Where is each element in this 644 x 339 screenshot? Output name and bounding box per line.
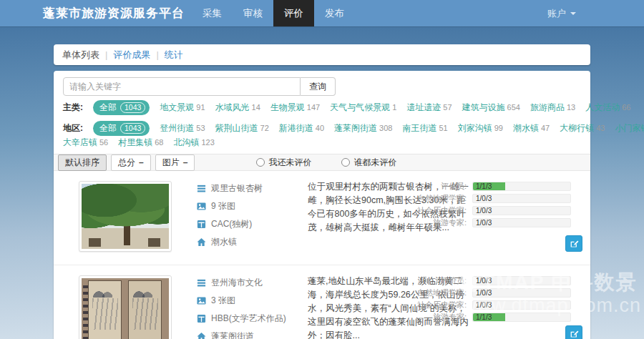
item-code-field: HBB(文学艺术作品) — [197, 313, 286, 325]
progress-bar: 1/0/3 — [472, 276, 571, 285]
region-item[interactable]: 蓬莱阁街道308 — [334, 122, 392, 134]
category-filter-row: 主类: 全部 1043 地文景观91 水域风光14 生物景观147 天气与气候景… — [63, 100, 630, 115]
region-item[interactable]: 新港街道40 — [279, 122, 324, 134]
account-label: 账户 — [547, 7, 566, 20]
item-title[interactable]: 登州海市文化 — [211, 277, 263, 289]
nav-item-collect[interactable]: 采集 — [192, 0, 233, 26]
item-photos-field: 9 张图 — [197, 200, 263, 212]
item-thumbnail[interactable] — [79, 275, 172, 339]
app-title: 蓬莱市旅游资源服务平台 — [43, 5, 185, 21]
item-fields: 登州海市文化 3 张图 HBB(文学艺术作品) 蓬莱阁街道 — [197, 277, 286, 339]
nav-item-review[interactable]: 审核 — [233, 0, 273, 26]
rating-role: 旅游专家: — [379, 313, 467, 321]
search-bar: 查询 — [63, 77, 336, 96]
main-panel: 查询 主类: 全部 1043 地文景观91 水域风光14 生物景观147 天气与… — [54, 71, 590, 339]
score-sort-button[interactable]: 总分 – — [111, 154, 151, 171]
item-town-field: 蓬莱阁街道 — [197, 330, 286, 339]
region-filter-row: 地区: 全部 1043 登州街道53 紫荆山街道72 新港街道40 蓬莱阁街道3… — [63, 121, 644, 136]
rating-role: 旅游专家: — [379, 219, 467, 227]
item-town-field: 潮水镇 — [197, 236, 263, 248]
image-icon — [197, 202, 206, 211]
main-nav: 采集 审核 评价 发布 — [192, 0, 355, 26]
region-item[interactable]: 南王街道51 — [402, 122, 447, 134]
nav-item-publish[interactable]: 发布 — [314, 0, 355, 26]
category-all-count: 1043 — [120, 102, 145, 113]
edit-pencil-icon — [570, 329, 579, 338]
tab-statistics[interactable]: 统计 — [165, 49, 183, 62]
region-item[interactable]: 北沟镇123 — [174, 137, 215, 149]
region-item[interactable]: 小门家镇81 — [615, 122, 644, 134]
tab-evaluation-results[interactable]: 评价成果 — [113, 49, 150, 62]
tree-photo — [82, 184, 169, 249]
region-item[interactable]: 大辛店镇56 — [63, 137, 108, 149]
evaluate-button[interactable] — [565, 235, 582, 252]
table-icon — [197, 220, 206, 229]
rating-progress-bars: 1/1/3 1/0/3 1/0/3 1/0/3 — [472, 182, 571, 227]
item-title[interactable]: 观里古银杏树 — [211, 182, 263, 195]
region-filter-label: 地区: — [63, 122, 83, 134]
region-all-badge[interactable]: 全部 1043 — [93, 121, 150, 136]
region-all-count: 1043 — [120, 123, 145, 134]
region-item[interactable]: 大柳行镇43 — [560, 122, 605, 134]
progress-bar: 1/1/3 — [472, 313, 571, 322]
evaluation-filter-radios: 我还未评价 谁都未评价 — [256, 157, 396, 169]
tab-separator: | — [105, 49, 107, 60]
image-sort-button[interactable]: 图片 – — [155, 154, 195, 171]
list-icon — [197, 278, 206, 288]
progress-bar: 1/0/3 — [472, 300, 571, 310]
radio-not-evaluated-by-anyone[interactable]: 谁都未评价 — [341, 157, 396, 169]
category-item[interactable]: 水域风光14 — [215, 102, 260, 114]
region-item[interactable]: 登州街道53 — [160, 122, 205, 134]
rating-role: 自然地理学家: — [379, 289, 467, 297]
edit-pencil-icon — [570, 239, 579, 248]
rating-role: 评价员: — [379, 182, 467, 190]
radio-icon — [256, 158, 265, 167]
category-item[interactable]: 生物景观147 — [270, 102, 320, 114]
region-item[interactable]: 紫荆山街道72 — [215, 122, 269, 134]
rating-role-labels: 评价员: 自然地理学家: 社会历史学家: 旅游专家: — [379, 182, 467, 227]
radio-not-evaluated-by-me[interactable]: 我还未评价 — [256, 157, 311, 169]
category-item[interactable]: 地文景观91 — [160, 102, 205, 114]
region-item[interactable]: 刘家沟镇99 — [458, 122, 503, 134]
rating-progress-bars: 1/0/3 1/0/3 1/0/3 1/1/3 — [472, 276, 571, 322]
search-input[interactable] — [63, 77, 301, 96]
item-photos-field: 3 张图 — [197, 295, 286, 307]
category-all-badge[interactable]: 全部 1043 — [93, 100, 150, 115]
table-icon — [197, 314, 206, 323]
category-item[interactable]: 旅游商品13 — [530, 102, 575, 114]
category-item[interactable]: 人文活动66 — [585, 102, 630, 114]
breadcrumb-tabs: 单体列表 | 评价成果 | 统计 — [54, 44, 590, 65]
account-menu[interactable]: 账户 — [547, 7, 576, 20]
list-icon — [197, 184, 206, 193]
top-navbar: 蓬莱市旅游资源服务平台 采集 审核 评价 发布 账户 — [0, 0, 644, 26]
sort-direction-icon: – — [139, 157, 144, 167]
category-all-label: 全部 — [99, 102, 117, 114]
region-item[interactable]: 潮水镇47 — [513, 122, 550, 134]
progress-bar: 1/1/3 — [472, 182, 571, 191]
category-filter-label: 主类: — [63, 102, 83, 114]
region-all-label: 全部 — [99, 122, 117, 134]
nav-item-evaluate[interactable]: 评价 — [273, 0, 314, 26]
sort-toolbar: 默认排序 总分 – 图片 – 我还未评价 谁都未评价 — [54, 154, 590, 171]
image-sort-label: 图片 — [162, 157, 180, 169]
item-photo-count: 3 张图 — [211, 295, 235, 307]
evaluate-button[interactable] — [565, 325, 582, 339]
category-item[interactable]: 遗址遗迹57 — [406, 102, 452, 114]
radio-label: 谁都未评价 — [353, 157, 396, 169]
category-item[interactable]: 建筑与设施654 — [462, 102, 520, 114]
region-item[interactable]: 村里集镇68 — [118, 137, 163, 149]
tab-separator: | — [156, 49, 158, 60]
page-background: 蓬莱市旅游资源服务平台 采集 审核 评价 发布 账户 单体列表 | 评价成果 |… — [0, 0, 644, 339]
item-thumbnail[interactable] — [79, 181, 172, 252]
item-code: CAC(独树) — [211, 218, 252, 230]
item-photo-count: 9 张图 — [211, 200, 235, 212]
rating-role: 社会历史学家: — [379, 207, 467, 215]
ancient-book-photo — [82, 278, 169, 339]
search-button[interactable]: 查询 — [301, 77, 336, 96]
item-title-field: 登州海市文化 — [197, 277, 286, 289]
category-item[interactable]: 天气与气候景观1 — [330, 102, 396, 114]
default-sort-button[interactable]: 默认排序 — [58, 154, 107, 171]
item-code: HBB(文学艺术作品) — [211, 313, 286, 325]
chevron-down-icon — [570, 12, 576, 15]
tab-entity-list[interactable]: 单体列表 — [62, 49, 99, 62]
